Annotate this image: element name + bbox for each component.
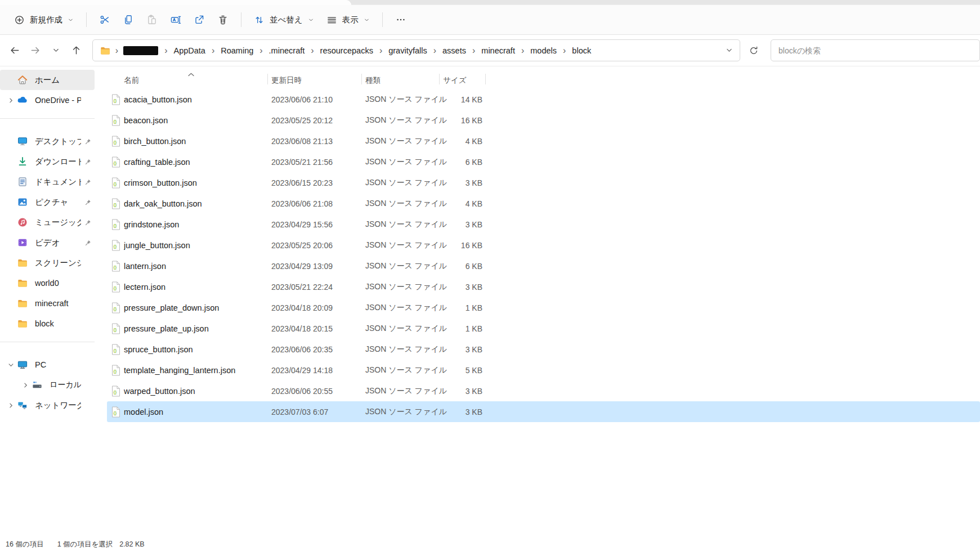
- sidebar-item[interactable]: デスクトップ: [0, 131, 95, 151]
- column-header-modified[interactable]: 更新日時: [271, 69, 365, 89]
- sidebar-item[interactable]: ネットワーク: [0, 395, 95, 415]
- table-row[interactable]: {} birch_button.json 2023/06/08 21:13 JS…: [107, 131, 980, 151]
- breadcrumb-segment[interactable]: assets: [438, 44, 470, 57]
- breadcrumb-segment[interactable]: models: [526, 44, 561, 57]
- table-row[interactable]: {} jungle_button.json 2023/05/25 20:06 J…: [107, 235, 980, 256]
- json-file-icon: {}: [107, 323, 124, 334]
- breadcrumb-chevron-icon[interactable]: [162, 46, 169, 56]
- up-button[interactable]: [66, 41, 86, 61]
- pin-icon: [81, 239, 95, 247]
- toolbar-separator: [241, 12, 241, 27]
- column-header-size[interactable]: サイズ: [443, 69, 485, 89]
- refresh-button[interactable]: [744, 41, 764, 61]
- breadcrumb-segment[interactable]: AppData: [169, 44, 209, 57]
- sidebar-item-label: ビデオ: [35, 238, 81, 248]
- breadcrumb-chevron-icon[interactable]: [377, 46, 384, 56]
- file-name: beacon.json: [124, 116, 271, 125]
- table-row[interactable]: {} beacon.json 2023/05/25 20:12 JSON ソース…: [107, 110, 980, 131]
- table-row[interactable]: {} grindstone.json 2023/04/29 15:56 JSON…: [107, 214, 980, 235]
- sidebar-item[interactable]: OneDrive - Persona: [0, 90, 95, 110]
- breadcrumb-segment[interactable]: gravityfalls: [384, 44, 431, 57]
- breadcrumb-segment[interactable]: Roaming: [217, 44, 257, 57]
- back-button[interactable]: [5, 41, 25, 61]
- table-row[interactable]: {} pressure_plate_up.json 2023/04/18 20:…: [107, 318, 980, 339]
- sidebar-item[interactable]: PC: [0, 355, 95, 375]
- file-size: 16 KB: [443, 241, 485, 250]
- breadcrumb-item: models: [526, 44, 568, 57]
- table-row[interactable]: {} warped_button.json 2023/06/06 20:55 J…: [107, 380, 980, 401]
- recent-locations-button[interactable]: [46, 41, 66, 61]
- sidebar-item[interactable]: block: [0, 313, 95, 334]
- column-header-type[interactable]: 種類: [365, 69, 443, 89]
- cut-button[interactable]: [93, 10, 117, 30]
- breadcrumb-segment[interactable]: minecraft: [477, 44, 519, 57]
- clipboard-icon: [146, 14, 158, 25]
- delete-button[interactable]: [211, 10, 235, 30]
- sort-button[interactable]: 並べ替え: [248, 11, 320, 29]
- sidebar-item[interactable]: world0: [0, 273, 95, 293]
- breadcrumb-chevron-icon[interactable]: [470, 46, 477, 56]
- arrow-right-icon: [30, 45, 41, 56]
- file-type: JSON ソース ファイル: [365, 199, 443, 209]
- sidebar-item[interactable]: ピクチャ: [0, 192, 95, 212]
- table-row[interactable]: {} lantern.json 2023/04/29 13:09 JSON ソー…: [107, 256, 980, 276]
- breadcrumb-segment[interactable]: resourcepacks: [316, 44, 377, 57]
- sidebar-item[interactable]: ホーム: [0, 70, 95, 90]
- table-row[interactable]: {} crafting_table.json 2023/05/21 21:56 …: [107, 151, 980, 172]
- breadcrumb-chevron-icon[interactable]: [561, 46, 568, 56]
- breadcrumb-segment[interactable]: block: [568, 44, 595, 57]
- paste-button[interactable]: [140, 10, 164, 30]
- chevron-right-icon[interactable]: [5, 402, 17, 409]
- breadcrumb-chevron-icon[interactable]: [431, 46, 438, 56]
- breadcrumb-segment[interactable]: .minecraft: [265, 44, 309, 57]
- breadcrumb-chevron-icon[interactable]: [209, 46, 217, 56]
- new-button[interactable]: 新規作成: [8, 11, 80, 29]
- file-size: 3 KB: [443, 345, 485, 354]
- file-modified: 2023/04/18 20:15: [271, 324, 365, 333]
- table-row[interactable]: {} model.json 2023/07/03 6:07 JSON ソース フ…: [107, 401, 980, 422]
- sidebar-item[interactable]: minecraft: [0, 293, 95, 313]
- chevron-down-icon[interactable]: [5, 361, 17, 369]
- breadcrumb-segment[interactable]: [123, 46, 158, 55]
- rename-button[interactable]: [164, 10, 187, 30]
- table-row[interactable]: {} template_hanging_lantern.json 2023/04…: [107, 360, 980, 380]
- column-header-name[interactable]: 名前: [124, 69, 271, 89]
- sidebar-item[interactable]: ダウンロード: [0, 151, 95, 172]
- table-row[interactable]: {} acacia_button.json 2023/06/06 21:10 J…: [107, 89, 980, 110]
- pin-icon: [81, 178, 95, 186]
- chevron-right-icon[interactable]: [5, 97, 17, 104]
- view-button-label: 表示: [342, 15, 359, 25]
- table-row[interactable]: {} pressure_plate_down.json 2023/04/18 2…: [107, 297, 980, 318]
- table-row[interactable]: {} lectern.json 2023/05/21 22:24 JSON ソー…: [107, 276, 980, 297]
- sidebar-item-label: block: [35, 319, 81, 328]
- sidebar-item[interactable]: ビデオ: [0, 232, 95, 253]
- sidebar-item[interactable]: スクリーンショット: [0, 253, 95, 273]
- sidebar-item[interactable]: ローカル ディスク (C:): [15, 375, 95, 395]
- breadcrumb: AppData Roaming .minecraft resourcepacks…: [119, 44, 726, 57]
- sidebar-item-label: ミュージック: [35, 217, 81, 228]
- file-modified: 2023/05/21 22:24: [271, 283, 365, 292]
- more-options-button[interactable]: [389, 10, 413, 30]
- documents-icon: [17, 176, 28, 187]
- json-file-icon: {}: [107, 344, 124, 355]
- breadcrumb-chevron-icon[interactable]: [257, 46, 265, 56]
- sidebar-item[interactable]: ドキュメント: [0, 172, 95, 192]
- breadcrumb-chevron-icon[interactable]: [308, 46, 316, 56]
- search-input[interactable]: [778, 46, 972, 55]
- chevron-right-icon[interactable]: [19, 382, 32, 389]
- address-dropdown-chevron-icon[interactable]: [726, 47, 733, 54]
- chevron-down-icon: [364, 17, 370, 23]
- forward-button[interactable]: [25, 41, 45, 61]
- view-button[interactable]: 表示: [320, 11, 376, 29]
- table-row[interactable]: {} dark_oak_button.json 2023/06/06 21:08…: [107, 193, 980, 214]
- share-button[interactable]: [187, 10, 211, 30]
- copy-button[interactable]: [117, 10, 140, 30]
- svg-text:{}: {}: [113, 98, 117, 103]
- file-name: grindstone.json: [124, 220, 271, 229]
- table-row[interactable]: {} spruce_button.json 2023/06/06 20:35 J…: [107, 339, 980, 360]
- address-bar[interactable]: AppData Roaming .minecraft resourcepacks…: [92, 39, 740, 61]
- sidebar-item-label: world0: [35, 279, 81, 288]
- sidebar-item[interactable]: ミュージック: [0, 212, 95, 232]
- table-row[interactable]: {} crimson_button.json 2023/06/15 20:23 …: [107, 172, 980, 193]
- breadcrumb-chevron-icon[interactable]: [519, 46, 526, 56]
